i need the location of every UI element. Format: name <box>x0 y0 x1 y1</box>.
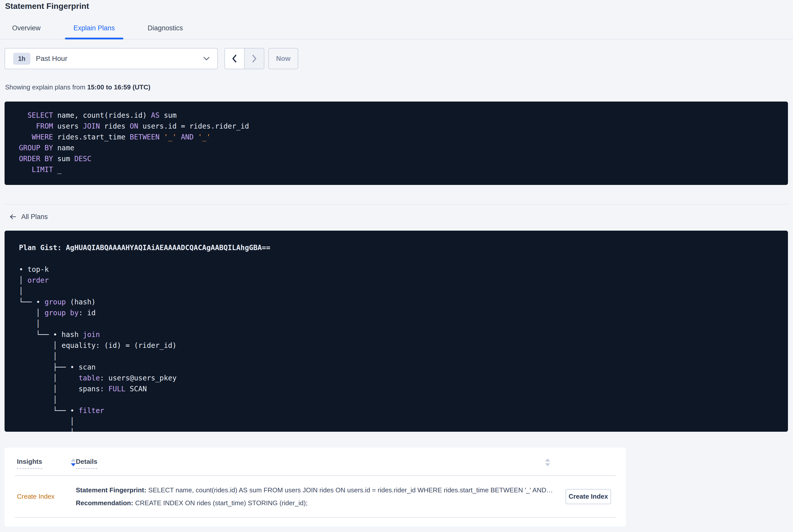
time-window-nav <box>224 48 264 69</box>
next-time-window-button[interactable] <box>245 49 264 69</box>
time-range-select[interactable]: 1h Past Hour <box>4 48 218 69</box>
chevron-right-icon <box>251 54 258 63</box>
tab-overview[interactable]: Overview <box>12 24 41 39</box>
sort-asc-icon <box>71 458 76 461</box>
sort-desc-icon <box>71 463 76 466</box>
time-controls: 1h Past Hour Now <box>4 48 793 69</box>
sort-asc-icon <box>545 458 550 461</box>
plan-gist-box: Plan Gist: AgHUAQIABQAAAAHYAQIAiAEAAAADC… <box>4 231 788 432</box>
sort-icons <box>545 458 550 468</box>
statement-fingerprint-line: Statement Fingerprint:SELECT name, count… <box>76 486 554 494</box>
page: Statement Fingerprint Overview Explain P… <box>0 1 793 527</box>
sort-icons <box>71 458 76 468</box>
sql-code: SELECT name, count(rides.id) AS sum FROM… <box>19 110 788 175</box>
arrow-left-icon <box>9 213 17 220</box>
column-header-insights[interactable]: Insights <box>17 458 76 469</box>
statement-fingerprint-text: SELECT name, count(rides.id) AS sum FROM… <box>148 486 554 494</box>
summary-range: 15:00 to 16:59 (UTC) <box>87 83 150 91</box>
recommendation-label: Recommendation: <box>76 499 133 507</box>
recommendation-line: Recommendation:CREATE INDEX ON rides (st… <box>76 499 554 507</box>
section-divider <box>4 204 789 205</box>
create-index-button[interactable]: Create Index <box>566 489 611 504</box>
tab-explain-plans[interactable]: Explain Plans <box>74 24 115 39</box>
sort-desc-icon <box>545 463 550 466</box>
plan-code: Plan Gist: AgHUAQIABQAAAAHYAQIAiAEAAAADC… <box>19 242 788 432</box>
insight-type-cell: Create Index <box>17 493 76 500</box>
now-button[interactable]: Now <box>268 48 298 69</box>
interval-badge: 1h <box>13 53 30 65</box>
previous-time-window-button[interactable] <box>225 49 245 69</box>
column-header-details[interactable]: Details <box>76 458 550 469</box>
time-range-summary: Showing explain plans from 15:00 to 16:5… <box>5 83 793 91</box>
details-column-label[interactable]: Details <box>76 458 97 469</box>
page-title: Statement Fingerprint <box>5 1 793 11</box>
summary-prefix: Showing explain plans from <box>5 83 86 91</box>
time-range-label: Past Hour <box>36 55 203 63</box>
insight-details-cell: Statement Fingerprint:SELECT name, count… <box>76 486 554 507</box>
insights-table: Insights Details Create Index <box>4 448 626 527</box>
insights-table-header: Insights Details <box>4 448 626 469</box>
table-row: Create Index Statement Fingerprint:SELEC… <box>4 476 626 517</box>
all-plans-back-link[interactable]: All Plans <box>9 213 48 221</box>
row-divider <box>15 517 616 518</box>
insights-column-label[interactable]: Insights <box>17 458 42 469</box>
tab-diagnostics[interactable]: Diagnostics <box>148 24 183 39</box>
all-plans-label: All Plans <box>21 213 48 221</box>
recommendation-text: CREATE INDEX ON rides (start_time) STORI… <box>135 499 307 507</box>
sql-statement-box: SELECT name, count(rides.id) AS sum FROM… <box>4 101 788 185</box>
chevron-down-icon <box>203 57 210 61</box>
tab-bar: Overview Explain Plans Diagnostics <box>0 24 793 39</box>
statement-fingerprint-label: Statement Fingerprint: <box>76 486 146 494</box>
create-index-link[interactable]: Create Index <box>17 493 55 500</box>
chevron-left-icon <box>231 54 238 63</box>
